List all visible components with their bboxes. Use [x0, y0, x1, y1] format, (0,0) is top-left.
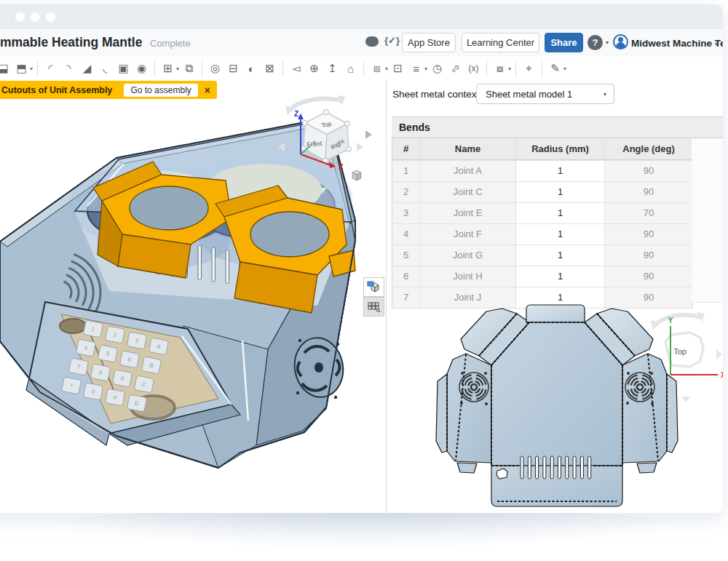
- keypad-key[interactable]: 9: [112, 370, 132, 387]
- pattern-icon-caret[interactable]: ▾: [176, 65, 179, 72]
- bend-radius-field[interactable]: 1: [516, 266, 605, 287]
- punch-icon[interactable]: ◉: [132, 60, 151, 78]
- delete-face-icon[interactable]: ⊠: [261, 60, 279, 78]
- app-store-button[interactable]: App Store: [402, 33, 456, 52]
- help-caret-icon[interactable]: ▾: [606, 39, 609, 46]
- versions-icon[interactable]: {✓}: [384, 35, 400, 46]
- configurations-icon-caret[interactable]: ▾: [424, 65, 427, 72]
- feature-toolbar: ⬓⬒▾◜◝◢◟▣◉⊞▾⧉◎⊟◐⊠◅⊕↥⌂⧈▾⊡≡▾◷⬀(x)⧇▾⌖✎▾: [0, 57, 723, 81]
- mirror-icon[interactable]: ⧉: [180, 60, 198, 78]
- comments-icon[interactable]: [365, 36, 379, 47]
- custom-features-icon-caret[interactable]: ▾: [563, 65, 566, 72]
- bend-name: Joint G: [420, 245, 516, 266]
- pattern-icon[interactable]: ⊞: [159, 60, 177, 78]
- insert-menu-icon[interactable]: ⬒: [12, 60, 31, 78]
- publish-icon[interactable]: ⬀: [446, 60, 464, 78]
- bend-number: 1: [392, 161, 420, 181]
- keypad-key[interactable]: 7: [68, 358, 88, 375]
- keypad-key[interactable]: B: [141, 357, 161, 374]
- keypad-key[interactable]: 5: [98, 345, 117, 362]
- bend-radius-field[interactable]: 1: [516, 203, 605, 223]
- hem-icon[interactable]: ◝: [60, 60, 78, 78]
- keypad-key[interactable]: #: [105, 389, 124, 406]
- center-panel: [491, 322, 622, 466]
- keypad-key[interactable]: 2: [105, 326, 124, 343]
- derived-icon[interactable]: ⧈: [368, 60, 386, 78]
- panel-collapse-icon[interactable]: [365, 130, 376, 139]
- window-controls[interactable]: [15, 12, 55, 22]
- bend-radius-field[interactable]: 1: [516, 182, 605, 202]
- document-title[interactable]: mmable Heating Mantle: [0, 35, 142, 50]
- boolean-icon[interactable]: ◎: [206, 60, 224, 78]
- flat-pattern-view-toggle[interactable]: [363, 297, 384, 317]
- folded-view-toggle[interactable]: [363, 277, 384, 297]
- bends-header-row: #NameRadius (mm)Angle (deg): [392, 138, 692, 160]
- derived-icon-caret[interactable]: ▾: [385, 65, 388, 72]
- bend-angle: 90: [605, 182, 692, 202]
- view-cube-menu-icon[interactable]: [352, 170, 361, 180]
- share-button[interactable]: Share: [545, 33, 583, 52]
- keypad-key[interactable]: *: [61, 377, 81, 394]
- bends-table: #NameRadius (mm)Angle (deg)1Joint A1902J…: [392, 138, 693, 309]
- keypad-key[interactable]: C: [134, 375, 154, 393]
- bend-radius-field[interactable]: 1: [516, 224, 605, 244]
- window-dot[interactable]: [15, 12, 25, 22]
- keypad-key[interactable]: A: [149, 338, 168, 355]
- shell-icon[interactable]: ⊟: [224, 60, 242, 78]
- variables-icon[interactable]: (x): [464, 60, 483, 78]
- view-cube[interactable]: Top Front Right Z X Y: [277, 84, 365, 194]
- window-dot[interactable]: [31, 12, 40, 22]
- bend-radius-field[interactable]: 1: [516, 161, 605, 181]
- connector-cutout: [496, 469, 507, 479]
- bend-row: 2Joint C190: [392, 181, 692, 202]
- column-header: Name: [420, 138, 516, 159]
- go-to-assembly-button[interactable]: Go to assembly: [124, 84, 197, 97]
- sheet-metal-model-icon[interactable]: ⬓: [0, 60, 12, 78]
- bend-radius-field[interactable]: 1: [516, 245, 605, 266]
- user-menu[interactable]: Midwest Machine Tech: [631, 38, 723, 49]
- bend-name: Joint E: [420, 203, 516, 223]
- keypad-key[interactable]: 0: [83, 383, 103, 400]
- keypad-key[interactable]: 6: [119, 351, 139, 368]
- overlap-icon[interactable]: ⊡: [389, 60, 407, 78]
- learning-center-button[interactable]: Learning Center: [462, 33, 539, 52]
- bend-row: 4Joint F190: [392, 223, 692, 244]
- bend-number: 3: [392, 203, 420, 223]
- keypad-key[interactable]: 3: [127, 332, 146, 349]
- flat-rotate-arrows[interactable]: [651, 312, 722, 402]
- flange-icon[interactable]: ◜: [41, 60, 60, 78]
- help-icon[interactable]: ?: [587, 35, 603, 50]
- user-caret-icon[interactable]: ▾: [715, 41, 718, 47]
- bend-icon[interactable]: ◢: [78, 60, 96, 78]
- keypad-key[interactable]: D: [127, 394, 146, 412]
- replace-face-icon[interactable]: ⊕: [305, 60, 323, 78]
- bend-name: Joint A: [420, 161, 516, 181]
- history-icon[interactable]: ◷: [428, 60, 446, 78]
- export-flat-icon[interactable]: ↥: [323, 60, 341, 78]
- banner-close-icon[interactable]: ×: [205, 85, 210, 95]
- window-dot[interactable]: [46, 12, 55, 22]
- user-avatar[interactable]: [613, 34, 628, 49]
- custom-features-icon[interactable]: ✎: [546, 60, 564, 78]
- drawing-icon-caret[interactable]: ▾: [508, 65, 511, 72]
- keypad-key[interactable]: 1: [83, 320, 103, 338]
- flat-view-indicator[interactable]: Top Y X: [644, 304, 723, 410]
- insert-menu-icon-caret[interactable]: ▾: [30, 65, 33, 72]
- bend-row: 6Joint H190: [392, 266, 692, 287]
- context-banner: Cutouts of Unit Assembly Go to assembly …: [0, 81, 217, 99]
- keypad-key[interactable]: 8: [90, 364, 110, 381]
- drawing-icon[interactable]: ⧇: [491, 60, 509, 78]
- tab-icon[interactable]: ◟: [96, 60, 114, 78]
- document-header: mmable Heating Mantle Complete {✓} App S…: [0, 29, 723, 57]
- svg-text:Y: Y: [668, 317, 673, 325]
- split-icon[interactable]: ◐: [242, 60, 261, 78]
- move-face-icon[interactable]: ◅: [287, 60, 305, 78]
- corner-seam-icon[interactable]: ▣: [114, 60, 132, 78]
- 3d-viewport[interactable]: 123A456B789C*0#D: [0, 79, 386, 513]
- snapshot-icon[interactable]: ⌖: [520, 60, 538, 78]
- keypad-key[interactable]: 4: [76, 339, 95, 357]
- finish-part-icon[interactable]: ⌂: [341, 60, 360, 78]
- configurations-icon[interactable]: ≡: [407, 60, 425, 78]
- svg-text:Top: Top: [673, 347, 687, 356]
- sheet-metal-context-dropdown[interactable]: Sheet metal model 1 ▾: [476, 84, 614, 104]
